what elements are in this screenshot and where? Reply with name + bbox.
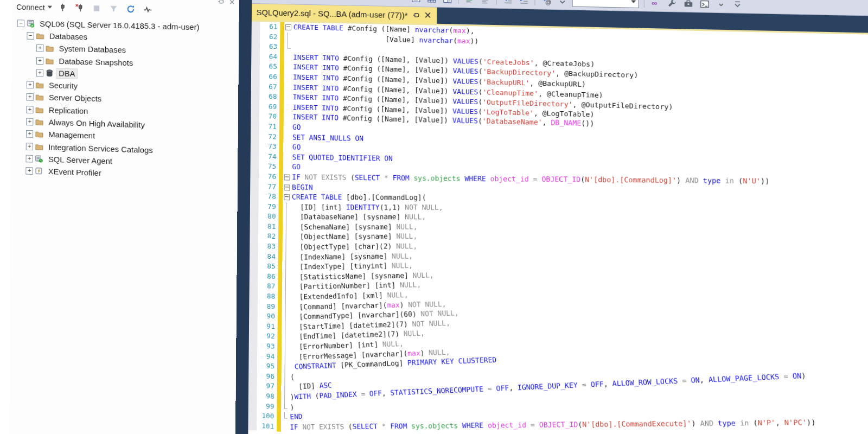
glyph-margin [250,261,258,271]
change-tracking-bar [277,412,281,422]
collapse-icon[interactable]: − [27,32,34,40]
change-tracking-bar [277,382,282,392]
folder-icon [46,44,54,53]
results-to-grid-icon[interactable] [425,0,437,5]
glyph-margin [248,380,257,391]
glyph-margin [252,22,260,32]
expand-icon[interactable]: + [36,44,43,52]
fold-margin [282,302,291,312]
change-tracking-bar [279,142,283,152]
glyph-margin [250,211,259,221]
fold-margin [282,372,291,382]
fold-margin [284,32,293,42]
line-number: 91 [258,321,278,332]
editor-combo-box[interactable] [572,0,639,8]
line-number: 77 [259,181,279,192]
glyph-margin [249,301,258,311]
glyph-margin [251,91,260,101]
glyph-margin [250,201,259,211]
connect-button[interactable]: Connect [16,2,52,12]
dropdown-caret-icon[interactable] [714,0,727,10]
expand-icon[interactable]: + [26,118,33,126]
decrease-indent-icon[interactable] [502,0,514,6]
svg-text:∞: ∞ [652,0,658,7]
results-to-file-icon[interactable] [441,0,453,5]
tree-item-label: Always On High Availability [47,118,147,130]
fold-collapse-icon[interactable] [283,172,292,182]
change-tracking-bar [278,272,282,282]
expand-icon[interactable]: + [26,143,33,150]
change-tracking-bar [279,162,283,173]
fold-margin [282,332,291,342]
glyph-margin [250,280,258,291]
change-tracking-bar [279,152,283,162]
glyph-margin [251,151,259,162]
expand-icon[interactable]: + [25,167,33,175]
expand-icon[interactable]: + [26,93,33,101]
change-tracking-bar [278,222,283,232]
wrench-icon[interactable] [666,0,678,9]
line-number: 64 [260,52,280,62]
fold-margin [283,132,292,143]
line-number: 94 [257,351,277,362]
activity-monitor-icon[interactable] [142,3,154,15]
uncomment-icon[interactable] [479,0,491,6]
change-tracking-bar [278,202,283,212]
disconnect-plug-icon[interactable] [74,2,86,14]
fold-collapse-icon[interactable] [283,192,292,202]
fold-margin [283,152,292,162]
close-icon[interactable] [229,0,235,7]
change-tracking-bar [280,62,284,72]
close-icon[interactable] [424,11,431,20]
document-tab[interactable]: SQLQuery2.sql - SQ...BA (adm-user (77))* [252,4,437,24]
results-to-text-icon[interactable] [410,0,422,4]
expand-icon[interactable]: + [36,57,43,65]
expand-icon[interactable]: + [27,81,34,89]
toolbar-separator [496,0,497,5]
fold-margin [281,402,290,412]
code-editor[interactable]: 61CREATE TABLE #Config ([Name] nvarchar(… [248,22,868,434]
refresh-icon[interactable] [125,3,137,15]
toolbox-icon[interactable] [682,0,694,10]
fold-margin [284,102,293,112]
glyph-margin [251,52,260,62]
line-number: 87 [258,281,278,292]
line-number: 93 [257,341,277,352]
connect-plug-icon[interactable] [56,2,69,14]
pin-icon[interactable] [413,10,420,20]
overflow-chevron-icon[interactable] [556,0,569,7]
fold-collapse-icon[interactable] [283,182,292,193]
change-tracking-bar [277,402,281,412]
pin-icon[interactable] [218,0,224,7]
fold-margin [281,422,290,432]
expand-icon[interactable]: + [26,155,33,162]
fold-margin [282,272,291,283]
change-tracking-bar [279,92,284,103]
line-number: 68 [259,92,279,102]
vs-logo-icon[interactable]: ∞ [649,0,662,9]
glyph-margin [252,31,260,42]
collapse-icon[interactable]: − [17,20,24,27]
line-number: 100 [257,411,277,422]
increase-indent-icon[interactable] [518,0,529,7]
glyph-margin [251,61,260,72]
line-number: 89 [258,301,278,312]
expand-icon[interactable]: + [36,69,43,76]
fold-collapse-icon[interactable] [284,22,293,33]
template-parameters-icon[interactable]: @ [540,0,553,7]
line-number: 85 [258,261,278,272]
comment-out-icon[interactable] [463,0,475,5]
command-window-icon[interactable] [698,0,711,10]
overflow-chevron-icon[interactable] [731,0,743,11]
glyph-margin [250,241,258,251]
filter-icon [107,3,120,15]
line-number: 69 [259,101,279,112]
glyph-margin [248,400,257,411]
expand-icon[interactable]: + [26,106,33,113]
change-tracking-bar [278,312,282,322]
line-number: 97 [257,381,277,392]
change-tracking-bar [278,242,283,252]
connect-label: Connect [16,2,45,12]
expand-icon[interactable]: + [26,130,33,138]
change-tracking-bar [278,282,282,292]
